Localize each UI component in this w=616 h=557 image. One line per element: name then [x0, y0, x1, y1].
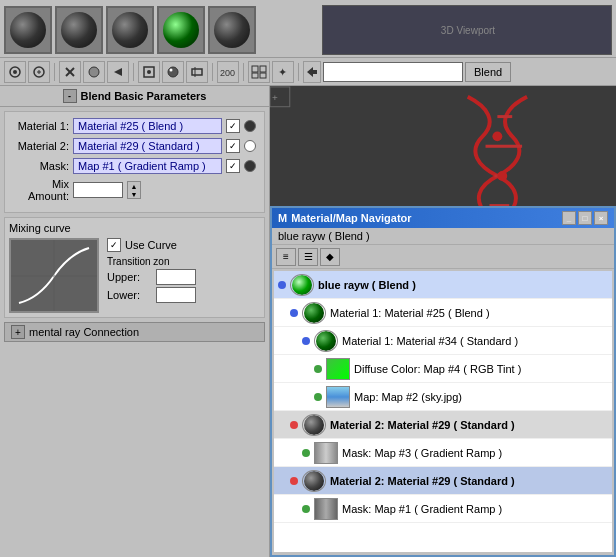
toolbar-btn-grid[interactable] — [248, 61, 270, 83]
left-panel: - Blend Basic Parameters Material 1: Mat… — [0, 86, 270, 557]
toolbar: 200 ✦ blue rayw Blend — [0, 58, 616, 86]
svg-rect-20 — [252, 73, 258, 78]
tree-item-label-mask1: Mask: Map #1 ( Gradient Ramp ) — [342, 503, 608, 515]
toolbar-btn-star[interactable]: ✦ — [272, 61, 294, 83]
svg-rect-15 — [192, 69, 202, 75]
sphere-icon — [304, 415, 324, 435]
tree-item-rgb[interactable]: Diffuse Color: Map #4 ( RGB Tint ) — [274, 355, 612, 383]
nav-tool-list[interactable]: ≡ — [276, 248, 296, 266]
tree-item-root[interactable]: blue rayw ( Blend ) — [274, 271, 612, 299]
svg-point-13 — [168, 67, 178, 77]
toolbar-btn-1[interactable] — [4, 61, 26, 83]
mask-label: Mask: — [13, 160, 69, 172]
swatch-mask3 — [314, 442, 338, 464]
mental-ray-bar[interactable]: + mental ray Connection — [4, 322, 265, 342]
mix-amount-row: Mix Amount: 0.0 ▲ ▼ — [13, 178, 256, 202]
panel-header: - Blend Basic Parameters — [0, 86, 269, 107]
curve-graph — [9, 238, 99, 313]
tree-item-label-mat1: Material 1: Material #25 ( Blend ) — [330, 307, 608, 319]
tree-item-mat1[interactable]: Material 1: Material #25 ( Blend ) — [274, 299, 612, 327]
mr-toggle[interactable]: + — [11, 325, 25, 339]
toolbar-btn-circle[interactable] — [83, 61, 105, 83]
material1-label: Material 1: — [13, 120, 69, 132]
toolbar-btn-x[interactable] — [59, 61, 81, 83]
spinner-down[interactable]: ▼ — [128, 190, 140, 198]
sphere-icon — [304, 303, 324, 323]
tree-item-sky[interactable]: Map: Map #2 (sky.jpg) — [274, 383, 612, 411]
minimize-button[interactable]: _ — [562, 211, 576, 225]
material-name-input[interactable]: blue rayw — [323, 62, 463, 82]
thumbnail-2[interactable] — [55, 6, 103, 54]
toolbar-btn-4[interactable] — [138, 61, 160, 83]
upper-row: Upper: 1.0 — [107, 269, 260, 285]
dot-blue-icon — [302, 337, 310, 345]
thumbnail-4[interactable] — [157, 6, 205, 54]
maximize-button[interactable]: □ — [578, 211, 592, 225]
material2-radio[interactable] — [244, 140, 256, 152]
panel-title: Blend Basic Parameters — [81, 90, 207, 102]
svg-rect-18 — [252, 66, 258, 72]
thumbnail-bar: 3D Viewport — [0, 0, 616, 58]
sphere-icon — [214, 12, 250, 48]
toolbar-separator-1 — [54, 63, 55, 81]
toolbar-arrow-btn[interactable] — [303, 61, 321, 83]
dot-blue-icon — [278, 281, 286, 289]
mask-radio[interactable] — [244, 160, 256, 172]
tree-item-label-sky: Map: Map #2 (sky.jpg) — [354, 391, 608, 403]
tree-item-mask1[interactable]: Mask: Map #1 ( Gradient Ramp ) — [274, 495, 612, 523]
blend-button[interactable]: Blend — [465, 62, 511, 82]
sphere-icon — [61, 12, 97, 48]
lower-input[interactable]: 0.0 — [156, 287, 196, 303]
navigator-title: Material/Map Navigator — [291, 212, 411, 224]
tree-item-mat29-a[interactable]: Material 2: Material #29 ( Standard ) — [274, 411, 612, 439]
swatch-root — [290, 274, 314, 296]
swatch-mask1 — [314, 498, 338, 520]
dot-green-icon — [302, 505, 310, 513]
tree-item-mat34[interactable]: Material 1: Material #34 ( Standard ) — [274, 327, 612, 355]
close-button[interactable]: × — [594, 211, 608, 225]
thumbnail-1[interactable] — [4, 6, 52, 54]
use-curve-row: ✓ Use Curve — [107, 238, 260, 252]
swatch-mat29-a — [302, 414, 326, 436]
mix-amount-input[interactable]: 0.0 — [73, 182, 123, 198]
nav-tool-tree[interactable]: ☰ — [298, 248, 318, 266]
material2-value[interactable]: Material #29 ( Standard ) — [73, 138, 222, 154]
material1-radio[interactable] — [244, 120, 256, 132]
dot-blue-icon — [290, 309, 298, 317]
tree-container[interactable]: blue rayw ( Blend ) Material 1: Material… — [274, 271, 612, 552]
tree-item-mat29-b[interactable]: Material 2: Material #29 ( Standard ) — [274, 467, 612, 495]
toolbar-btn-5[interactable] — [162, 61, 184, 83]
mix-spinner[interactable]: ▲ ▼ — [127, 181, 141, 199]
toolbar-btn-6[interactable] — [186, 61, 208, 83]
dot-green-icon — [314, 365, 322, 373]
svg-point-12 — [147, 70, 151, 74]
transition-label: Transition zon — [107, 256, 260, 267]
thumbnail-3[interactable] — [106, 6, 154, 54]
mask-value[interactable]: Map #1 ( Gradient Ramp ) — [73, 158, 222, 174]
tree-item-label-mat29-b: Material 2: Material #29 ( Standard ) — [330, 475, 608, 487]
nav-tool-diamond[interactable]: ◆ — [320, 248, 340, 266]
tree-item-label-root: blue rayw ( Blend ) — [318, 279, 608, 291]
svg-point-9 — [89, 67, 99, 77]
svg-text:200: 200 — [220, 68, 235, 78]
material2-checkbox[interactable]: ✓ — [226, 139, 240, 153]
material1-value[interactable]: Material #25 ( Blend ) — [73, 118, 222, 134]
upper-input[interactable]: 1.0 — [156, 269, 196, 285]
thumbnail-5[interactable] — [208, 6, 256, 54]
mental-ray-label: mental ray Connection — [29, 326, 139, 338]
toolbar-btn-2[interactable] — [28, 61, 50, 83]
svg-point-35 — [497, 171, 507, 181]
lower-row: Lower: 0.0 — [107, 287, 260, 303]
tree-item-mask3[interactable]: Mask: Map #3 ( Gradient Ramp ) — [274, 439, 612, 467]
sphere-icon — [10, 12, 46, 48]
toolbar-btn-num[interactable]: 200 — [217, 61, 239, 83]
toolbar-btn-arrow[interactable] — [107, 61, 129, 83]
spinner-up[interactable]: ▲ — [128, 182, 140, 190]
tree-item-label-mat29-a: Material 2: Material #29 ( Standard ) — [330, 419, 608, 431]
mixing-curve-section: Mixing curve ✓ Use Curve — [4, 217, 265, 318]
panel-toggle[interactable]: - — [63, 89, 77, 103]
swatch-rgb — [326, 358, 350, 380]
material1-checkbox[interactable]: ✓ — [226, 119, 240, 133]
use-curve-checkbox[interactable]: ✓ — [107, 238, 121, 252]
mask-checkbox[interactable]: ✓ — [226, 159, 240, 173]
